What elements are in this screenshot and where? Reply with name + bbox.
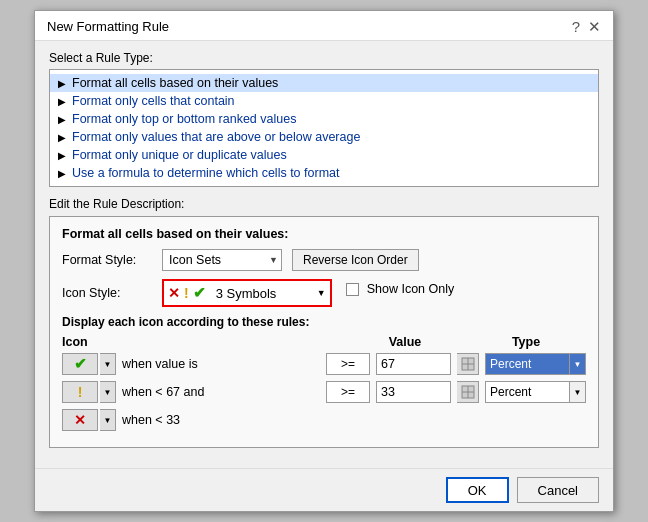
icon-row-1: ✔ ▼ when value is >= Percent xyxy=(62,353,586,375)
rule-item-label-4: Format only values that are above or bel… xyxy=(72,130,360,144)
rule-item-3[interactable]: ▶ Format only top or bottom ranked value… xyxy=(50,110,598,128)
title-controls: ? ✕ xyxy=(572,19,601,34)
value-input-2[interactable] xyxy=(376,381,451,403)
icon-style-select[interactable]: 3 Symbols xyxy=(210,281,330,305)
help-button[interactable]: ? xyxy=(572,19,580,34)
ok-button[interactable]: OK xyxy=(446,477,509,503)
collapse-icon-1 xyxy=(461,357,475,371)
value-icon-btn-1[interactable] xyxy=(457,353,479,375)
collapse-icon-2 xyxy=(461,385,475,399)
rule-item-4[interactable]: ▶ Format only values that are above or b… xyxy=(50,128,598,146)
arrow-icon-6: ▶ xyxy=(58,168,66,179)
arrow-icon-4: ▶ xyxy=(58,132,66,143)
rule-type-label: Select a Rule Type: xyxy=(49,51,599,65)
icon-dropdown-btn-2[interactable]: ▼ xyxy=(100,381,116,403)
icon-rule-header: Icon Value Type xyxy=(62,335,586,349)
green-check-icon-1: ✔ xyxy=(74,355,87,373)
rule-item-6[interactable]: ▶ Use a formula to determine which cells… xyxy=(50,164,598,182)
icon-box-2: ! xyxy=(62,381,98,403)
rule-item-label-3: Format only top or bottom ranked values xyxy=(72,112,296,126)
operator-select-2[interactable]: >= xyxy=(326,381,370,403)
icon-row-2: ! ▼ when < 67 and >= Percent xyxy=(62,381,586,403)
yellow-exclaim-preview-icon: ! xyxy=(184,285,189,301)
value-icon-btn-2[interactable] xyxy=(457,381,479,403)
icon-dropdown-btn-1[interactable]: ▼ xyxy=(100,353,116,375)
show-icon-only-label: Show Icon Only xyxy=(367,282,455,296)
close-button[interactable]: ✕ xyxy=(588,19,601,34)
type-select-wrap-1: Percent ▼ xyxy=(485,353,586,375)
icon-row-3: ✕ ▼ when < 33 xyxy=(62,409,586,431)
rule-item-label-5: Format only unique or duplicate values xyxy=(72,148,287,162)
yellow-exclaim-icon-2: ! xyxy=(78,384,83,400)
rule-item-label-2: Format only cells that contain xyxy=(72,94,235,108)
type-select-wrap-2: Percent ▼ xyxy=(485,381,586,403)
operator-select-1[interactable]: >= xyxy=(326,353,370,375)
icon-cell-2: ! ▼ xyxy=(62,381,116,403)
rule-item-label-6: Use a formula to determine which cells t… xyxy=(72,166,339,180)
type-arrow-btn-2[interactable]: ▼ xyxy=(570,381,586,403)
type-select-2[interactable]: Percent xyxy=(485,381,570,403)
dialog-title: New Formatting Rule xyxy=(47,19,169,34)
cancel-button[interactable]: Cancel xyxy=(517,477,599,503)
format-style-select-wrap: Icon Sets ▼ xyxy=(162,249,282,271)
description-box: Format all cells based on their values: … xyxy=(49,216,599,448)
desc-heading: Format all cells based on their values: xyxy=(62,227,586,241)
format-style-row: Format Style: Icon Sets ▼ Reverse Icon O… xyxy=(62,249,586,271)
arrow-icon-2: ▶ xyxy=(58,96,66,107)
arrow-icon-1: ▶ xyxy=(58,78,66,89)
dialog: New Formatting Rule ? ✕ Select a Rule Ty… xyxy=(34,10,614,512)
type-select-1[interactable]: Percent xyxy=(485,353,570,375)
show-icon-only-row: Show Icon Only xyxy=(346,282,455,296)
value-input-1[interactable] xyxy=(376,353,451,375)
arrow-icon-3: ▶ xyxy=(58,114,66,125)
dialog-body: Select a Rule Type: ▶ Format all cells b… xyxy=(35,41,613,468)
icon-style-label: Icon Style: xyxy=(62,286,152,300)
col-header-icon: Icon xyxy=(62,335,132,349)
format-style-select[interactable]: Icon Sets xyxy=(162,249,282,271)
col-header-type: Type xyxy=(466,335,586,349)
icon-box-1: ✔ xyxy=(62,353,98,375)
rule-item-label-1: Format all cells based on their values xyxy=(72,76,278,90)
format-style-label: Format Style: xyxy=(62,253,152,267)
rule-type-box: ▶ Format all cells based on their values… xyxy=(49,69,599,187)
col-header-value: Value xyxy=(350,335,460,349)
operator-wrap-2: >= xyxy=(326,381,370,403)
icon-style-row: Icon Style: ✕ ! ✔ 3 Symbols ▼ Show Icon … xyxy=(62,279,586,307)
when-text-2: when < 67 and xyxy=(122,385,320,399)
title-bar: New Formatting Rule ? ✕ xyxy=(35,11,613,41)
icon-box-3: ✕ xyxy=(62,409,98,431)
icon-dropdown-btn-3[interactable]: ▼ xyxy=(100,409,116,431)
show-icon-only-checkbox[interactable] xyxy=(346,283,359,296)
icon-cell-3: ✕ ▼ xyxy=(62,409,116,431)
type-arrow-btn-1[interactable]: ▼ xyxy=(570,353,586,375)
green-check-preview-icon: ✔ xyxy=(193,284,206,302)
when-text-1: when value is xyxy=(122,357,320,371)
icon-style-icons: ✕ ! ✔ xyxy=(164,284,210,302)
rule-item-2[interactable]: ▶ Format only cells that contain xyxy=(50,92,598,110)
reverse-icon-order-button[interactable]: Reverse Icon Order xyxy=(292,249,419,271)
icon-cell-1: ✔ ▼ xyxy=(62,353,116,375)
red-x-preview-icon: ✕ xyxy=(168,285,180,301)
dialog-footer: OK Cancel xyxy=(35,468,613,511)
arrow-icon-5: ▶ xyxy=(58,150,66,161)
display-rules-label: Display each icon according to these rul… xyxy=(62,315,586,329)
icon-style-select-wrap: ✕ ! ✔ 3 Symbols ▼ xyxy=(162,279,332,307)
rule-item-5[interactable]: ▶ Format only unique or duplicate values xyxy=(50,146,598,164)
when-text-3: when < 33 xyxy=(122,413,586,427)
operator-wrap-1: >= xyxy=(326,353,370,375)
rule-item-1[interactable]: ▶ Format all cells based on their values xyxy=(50,74,598,92)
red-x-icon-3: ✕ xyxy=(74,412,86,428)
edit-section-label: Edit the Rule Description: xyxy=(49,197,599,211)
